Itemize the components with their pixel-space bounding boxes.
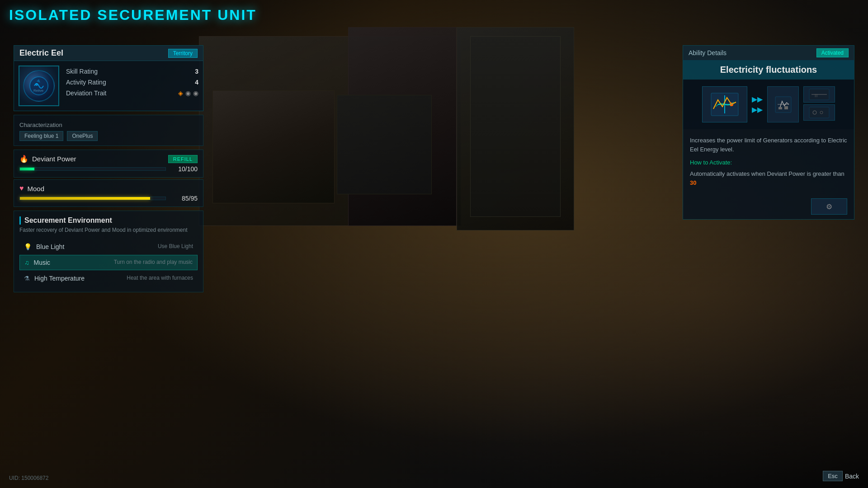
power-flame-icon: 🔥 — [19, 155, 28, 163]
deviation-trait-row: Deviation Trait ◈ ◉ ◉ — [66, 89, 198, 97]
activity-rating-value: 4 — [195, 79, 198, 86]
uid-display: UID: 150006872 — [9, 475, 48, 481]
blue-light-label: Blue Light — [36, 243, 64, 250]
characterization-section: Characterization Feeling blue 1 OnePlus — [14, 115, 203, 146]
high-temp-label: High Temperature — [34, 275, 85, 282]
ability-arrows: ▶▶ ▶▶ — [752, 86, 763, 122]
ability-secondary-icon-1 — [767, 86, 799, 122]
right-panel: Ability Details Activated Electricity fl… — [683, 45, 854, 220]
arrow-right-icon-1: ▶▶ — [752, 95, 763, 103]
deviation-icons: ◈ ◉ ◉ — [178, 89, 198, 97]
ability-footer: ⚙ — [683, 194, 854, 219]
activity-rating-label: Activity Rating — [66, 79, 106, 86]
svg-rect-14 — [809, 107, 829, 118]
activate-desc-text: Automatically activates when Deviant Pow… — [690, 170, 844, 177]
svg-text:|||: ||| — [815, 93, 817, 97]
entity-header: Electric Eel Territory — [14, 46, 203, 61]
mood-header: ♥ Mood — [19, 184, 198, 192]
mood-section: ♥ Mood 85/95 — [14, 179, 203, 207]
ability-main-icon — [702, 86, 747, 122]
activate-value: 30 — [690, 179, 696, 186]
env-item-music[interactable]: ♫ Music Turn on the radio and play music — [19, 255, 198, 270]
svg-rect-9 — [778, 107, 782, 109]
entity-tag: Territory — [168, 49, 198, 58]
deviation-trait-label: Deviation Trait — [66, 89, 106, 97]
ability-title: Electricity fluctuations — [720, 65, 817, 75]
music-label: Music — [34, 259, 51, 266]
activate-description: Automatically activates when Deviant Pow… — [690, 169, 847, 187]
ability-body: Increases the power limit of Generators … — [683, 129, 854, 194]
deviation-eye-icon-2: ◉ — [185, 89, 191, 97]
mood-bar-fill — [20, 197, 150, 200]
svg-text:Relive: Relive — [33, 89, 44, 93]
refill-button[interactable]: REFILL — [168, 155, 198, 163]
env-item-blue-light[interactable]: 💡 Blue Light Use Blue Light — [19, 239, 198, 254]
avatar-image: Relive — [23, 70, 55, 102]
game-title: ISOLATED SECUREMENT UNIT — [9, 7, 257, 23]
svg-point-1 — [35, 83, 38, 86]
skill-rating-value: 3 — [195, 68, 198, 75]
power-header: 🔥 Deviant Power REFILL — [19, 155, 198, 163]
securement-desc: Faster recovery of Deviant Power and Moo… — [19, 226, 198, 234]
deviation-eye-icon-3: ◉ — [193, 89, 198, 97]
gear-icon: ⚙ — [826, 202, 832, 211]
ability-title-bar: Electricity fluctuations — [683, 60, 854, 80]
mood-label: Mood — [28, 185, 45, 192]
characterization-label: Characterization — [19, 120, 198, 128]
power-text: Deviant Power — [32, 155, 76, 163]
mood-bar-container: 85/95 — [19, 195, 198, 202]
settings-button[interactable]: ⚙ — [811, 198, 847, 215]
power-bar-track — [19, 167, 166, 171]
left-panel: Electric Eel Territory Relive Skill Rati — [14, 45, 203, 292]
blue-light-icon: 💡 — [24, 243, 32, 250]
entity-name: Electric Eel — [19, 48, 63, 58]
securement-title: Securement Environment — [19, 216, 198, 225]
ability-visual: ▶▶ ▶▶ ||| — [683, 80, 854, 129]
entity-card: Electric Eel Territory Relive Skill Rati — [14, 45, 203, 111]
power-value: 10/100 — [170, 165, 198, 173]
skill-rating-row: Skill Rating 3 — [66, 68, 198, 75]
arrow-right-icon-2: ▶▶ — [752, 105, 763, 114]
esc-back-container: Esc Back — [823, 471, 859, 481]
entity-avatar: Relive — [19, 66, 59, 106]
back-label[interactable]: Back — [845, 473, 859, 480]
deviation-eye-icon-1: ◈ — [178, 89, 183, 97]
env-item-high-temp[interactable]: ⚗ High Temperature Heat the area with fu… — [19, 271, 198, 286]
music-action: Turn on the radio and play music — [114, 259, 193, 266]
mood-value: 85/95 — [170, 195, 198, 202]
ability-card: Ability Details Activated Electricity fl… — [683, 45, 854, 220]
entity-body: Relive Skill Rating 3 Activity Rating 4 … — [14, 61, 203, 111]
how-to-activate-label: How to Activate: — [690, 159, 847, 166]
power-bar-fill — [20, 168, 34, 170]
skill-rating-label: Skill Rating — [66, 68, 98, 75]
music-icon: ♫ — [24, 259, 29, 266]
mood-heart-icon: ♥ — [19, 184, 24, 192]
activity-rating-row: Activity Rating 4 — [66, 79, 198, 86]
char-tag-0[interactable]: Feeling blue 1 — [19, 131, 63, 141]
deviant-power-section: 🔥 Deviant Power REFILL 10/100 — [14, 150, 203, 178]
ability-description: Increases the power limit of Generators … — [690, 136, 847, 154]
characterization-tags: Feeling blue 1 OnePlus — [19, 131, 198, 141]
high-temp-action: Heat the area with furnaces — [127, 275, 193, 282]
power-bar-container: 10/100 — [19, 165, 198, 173]
ability-header-label: Ability Details — [689, 49, 726, 56]
esc-key[interactable]: Esc — [823, 471, 843, 481]
activated-badge: Activated — [816, 48, 849, 57]
ability-secondary-icon-3 — [803, 104, 835, 121]
power-label: 🔥 Deviant Power — [19, 155, 76, 163]
mood-bar-track — [19, 197, 166, 200]
svg-rect-10 — [784, 106, 788, 109]
char-tag-1[interactable]: OnePlus — [67, 131, 98, 141]
securement-section: Securement Environment Faster recovery o… — [14, 211, 203, 292]
ability-header: Ability Details Activated — [683, 46, 854, 60]
blue-light-action: Use Blue Light — [158, 243, 193, 250]
temperature-icon: ⚗ — [24, 275, 30, 282]
entity-stats: Skill Rating 3 Activity Rating 4 Deviati… — [66, 66, 198, 106]
ability-secondary-icon-2: ||| — [803, 86, 835, 103]
